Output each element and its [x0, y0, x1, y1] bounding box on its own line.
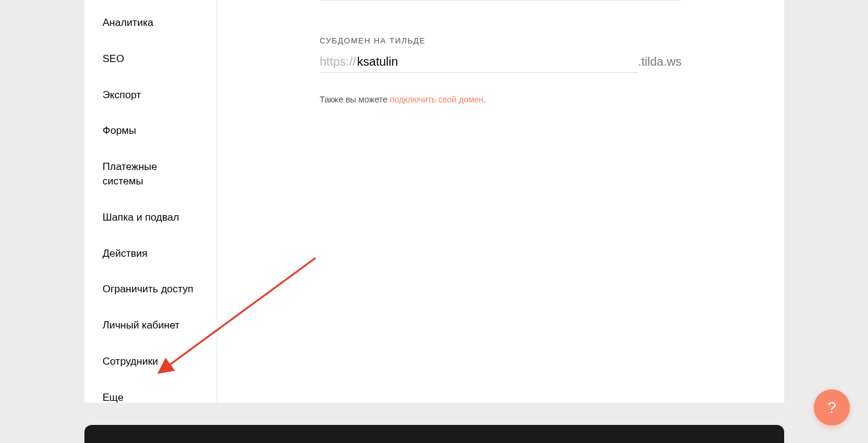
- sidebar-item-seo[interactable]: SEO: [84, 41, 217, 77]
- sidebar-item-collaborators[interactable]: Сотрудники: [84, 344, 217, 380]
- protocol-prefix: https://: [320, 55, 356, 73]
- help-button[interactable]: ?: [814, 389, 850, 426]
- hint-suffix: .: [484, 95, 486, 104]
- subdomain-input[interactable]: [356, 55, 638, 73]
- question-icon: ?: [828, 398, 836, 417]
- sidebar-item-forms[interactable]: Формы: [84, 113, 217, 149]
- subdomain-section: СУБДОМЕН НА ТИЛЬДЕ https:// .tilda.ws Та…: [320, 36, 682, 104]
- sidebar-item-restrict-access[interactable]: Ограничить доступ: [84, 271, 217, 307]
- section-divider: [320, 0, 682, 1]
- subdomain-row: https:// .tilda.ws: [320, 55, 682, 73]
- subdomain-label: СУБДОМЕН НА ТИЛЬДЕ: [320, 36, 682, 45]
- sidebar-item-account[interactable]: Личный кабинет: [84, 307, 217, 344]
- settings-panel: Аналитика SEO Экспорт Формы Платежные си…: [84, 0, 784, 403]
- sidebar-item-header-footer[interactable]: Шапка и подвал: [84, 200, 217, 236]
- sidebar-item-export[interactable]: Экспорт: [84, 77, 217, 113]
- domain-suffix: .tilda.ws: [638, 55, 682, 72]
- sidebar: Аналитика SEO Экспорт Формы Платежные си…: [84, 0, 217, 403]
- sidebar-item-payments[interactable]: Платежные системы: [84, 149, 217, 200]
- domain-hint: Также вы можете подключить свой домен.: [320, 95, 682, 104]
- main-content: СУБДОМЕН НА ТИЛЬДЕ https:// .tilda.ws Та…: [217, 0, 784, 403]
- connect-domain-link[interactable]: подключить свой домен: [390, 95, 483, 104]
- footer-shadow: [84, 425, 784, 443]
- sidebar-item-actions[interactable]: Действия: [84, 236, 217, 272]
- sidebar-item-analytics[interactable]: Аналитика: [84, 5, 217, 41]
- hint-prefix: Также вы можете: [320, 95, 390, 104]
- sidebar-item-more[interactable]: Еще: [84, 380, 217, 416]
